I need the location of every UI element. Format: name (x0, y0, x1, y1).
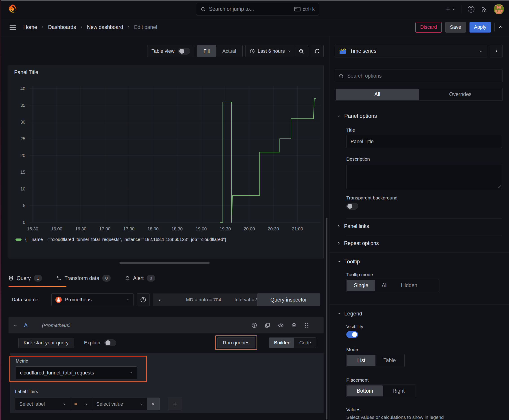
add-filter-button[interactable] (168, 398, 182, 410)
global-search-input[interactable] (209, 6, 291, 12)
main-scrollbar-thumb[interactable] (326, 218, 327, 420)
tab-alert[interactable]: Alert 0 (125, 275, 155, 282)
explain-toggle[interactable] (104, 339, 116, 346)
metric-select[interactable]: cloudflared_tunnel_total_requests (16, 366, 137, 379)
svg-text:19:30: 19:30 (220, 226, 231, 231)
legend-series-swatch[interactable] (15, 239, 22, 241)
run-queries-highlight: Run queries (215, 335, 257, 350)
chevron-down-icon (337, 260, 341, 263)
tooltip-header[interactable]: Tooltip (337, 258, 503, 265)
tooltip-mode-segmented: Single All Hidden (346, 279, 439, 292)
panel-links-header[interactable]: Panel links (337, 223, 503, 229)
svg-text:21:00: 21:00 (292, 226, 303, 231)
visualization-select[interactable]: Time series (335, 45, 487, 57)
query-help-icon[interactable] (251, 322, 257, 328)
svg-text:35: 35 (20, 103, 25, 108)
breadcrumb-home[interactable]: Home (23, 24, 37, 30)
apply-button[interactable]: Apply (470, 22, 491, 32)
tooltip-mode-single[interactable]: Single (347, 280, 375, 291)
legend-mode-list[interactable]: List (347, 355, 375, 366)
timeseries-plot[interactable]: 051015202530354015:3016:0016:3017:0017:3… (10, 83, 322, 233)
new-menu-button[interactable] (445, 6, 455, 12)
help-icon[interactable] (467, 5, 475, 13)
legend-series-label[interactable]: {__name__="cloudflared_tunnel_total_requ… (25, 237, 226, 242)
clock-icon (250, 48, 255, 54)
time-range-picker[interactable]: Last 6 hours (245, 45, 295, 57)
viz-suggestions-chevron-right-button[interactable] (490, 45, 503, 57)
select-label-dropdown[interactable]: Select label (15, 398, 70, 410)
toggle-query-visibility-eye-icon[interactable] (278, 322, 284, 328)
builder-code-segmented: Builder Code (269, 338, 316, 348)
save-button[interactable]: Save (445, 22, 466, 32)
legend-header[interactable]: Legend (337, 310, 503, 317)
actual-option[interactable]: Actual (216, 45, 242, 57)
tab-overrides[interactable]: Overrides (419, 89, 502, 100)
search-shortcut-label: ctrl+k (303, 6, 315, 12)
svg-text:30: 30 (20, 120, 25, 125)
repeat-options-header[interactable]: Repeat options (337, 240, 503, 246)
datasource-select[interactable]: Prometheus (51, 293, 134, 306)
collapse-query-chevron-down-icon[interactable] (14, 323, 17, 327)
breadcrumb-dashboards[interactable]: Dashboards (48, 24, 76, 30)
options-search-input[interactable] (347, 73, 499, 79)
tab-query[interactable]: Query 1 (8, 275, 42, 282)
keyboard-icon (294, 7, 301, 11)
timeseries-panel[interactable]: Panel Title 051015202530354015:3016:0016… (8, 65, 324, 258)
tab-all[interactable]: All (336, 89, 419, 100)
options-search[interactable] (335, 69, 503, 82)
panel-options-header[interactable]: Panel options (337, 113, 503, 119)
tooltip-mode-all[interactable]: All (375, 280, 394, 291)
global-search[interactable]: ctrl+k (196, 3, 319, 15)
user-avatar[interactable] (494, 4, 504, 14)
panel-resize-handle[interactable] (119, 262, 210, 264)
edit-panel-main: Table view Fill Actual Last 6 hours (0, 36, 329, 420)
divider (346, 236, 502, 236)
transparent-background-toggle[interactable] (346, 203, 358, 210)
breadcrumb-new-dashboard[interactable]: New dashboard (87, 24, 123, 30)
legend-visibility-toggle[interactable] (346, 331, 358, 338)
operator-dropdown[interactable]: = (70, 398, 92, 410)
expand-options-chevron-right-icon[interactable] (158, 298, 161, 301)
collapse-options-chevron-up-icon[interactable] (498, 25, 503, 30)
query-inspector-button[interactable]: Query inspector (257, 293, 320, 306)
legend-placement-bottom[interactable]: Bottom (347, 385, 383, 397)
resize-corner-icon[interactable] (498, 185, 501, 188)
metric-highlight: Metric cloudflared_tunnel_total_requests (9, 356, 147, 382)
query-options-bar[interactable]: MD = auto = 704 Interval = 30s Query ins… (153, 293, 320, 306)
search-shortcut: ctrl+k (294, 6, 315, 12)
delete-query-trash-icon[interactable] (291, 323, 297, 328)
news-rss-icon[interactable] (481, 6, 488, 13)
screen-top-edge (0, 0, 509, 1)
query-row-header[interactable]: A (Prometheus) (8, 317, 324, 333)
panel-title-input[interactable] (346, 135, 502, 148)
svg-text:16:30: 16:30 (75, 226, 86, 231)
legend-mode-table[interactable]: Table (375, 355, 404, 366)
discard-button[interactable]: Discard (415, 22, 442, 32)
drag-query-grip-icon[interactable] (304, 322, 308, 328)
zoom-out-button[interactable] (295, 45, 308, 57)
select-value-dropdown[interactable]: Select value (92, 398, 147, 410)
query-ref-id[interactable]: A (24, 322, 28, 329)
svg-text:20: 20 (20, 153, 25, 158)
run-queries-button[interactable]: Run queries (217, 338, 255, 348)
remove-filter-button[interactable] (147, 398, 160, 410)
legend-placement-right[interactable]: Right (383, 385, 415, 397)
timeseries-viz-icon (339, 48, 346, 54)
tab-query-label: Query (17, 275, 31, 281)
operator-value: = (74, 401, 77, 407)
tab-query-count: 1 (34, 275, 42, 282)
menu-burger-icon[interactable] (9, 24, 16, 30)
duplicate-query-icon[interactable] (265, 323, 270, 328)
code-option[interactable]: Code (294, 338, 316, 348)
refresh-button[interactable] (311, 45, 324, 57)
tab-transform-data[interactable]: Transform data 0 (56, 275, 111, 282)
table-view-toggle[interactable] (178, 48, 190, 54)
kick-start-query-button[interactable]: Kick start your query (18, 338, 74, 348)
grafana-logo-icon[interactable] (7, 4, 18, 14)
datasource-help-button[interactable] (137, 293, 150, 306)
options-tabs: All Overrides (335, 88, 503, 101)
description-textarea[interactable] (347, 165, 501, 189)
tooltip-mode-hidden[interactable]: Hidden (394, 280, 424, 291)
fill-option[interactable]: Fill (197, 45, 216, 57)
builder-option[interactable]: Builder (269, 338, 294, 348)
